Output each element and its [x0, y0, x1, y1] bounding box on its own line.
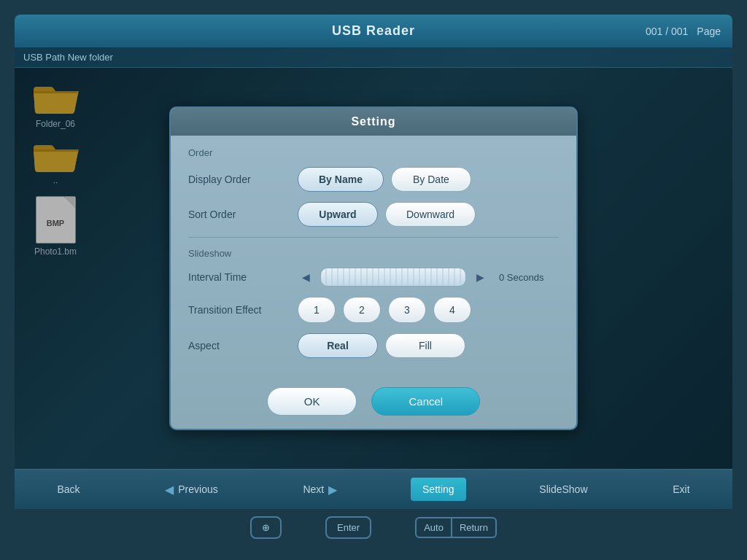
- transition-4-button[interactable]: 4: [433, 297, 471, 323]
- interval-time-label: Interval Time: [188, 271, 298, 283]
- enter-button[interactable]: Enter: [325, 516, 371, 539]
- aspect-row: Aspect Real Fill: [188, 333, 559, 358]
- page-info: 001 / 001 Page: [646, 26, 721, 37]
- section-divider: [188, 237, 559, 238]
- transition-3-button[interactable]: 3: [388, 297, 426, 323]
- display-order-buttons: By Name By Date: [298, 167, 471, 192]
- controller-row: ⊕ Enter Auto Return: [15, 509, 732, 545]
- display-order-label: Display Order: [188, 174, 298, 185]
- fill-button[interactable]: Fill: [385, 333, 465, 358]
- aspect-buttons: Real Fill: [298, 333, 465, 358]
- dpad-icon: ⊕: [262, 522, 270, 533]
- aspect-label: Aspect: [188, 340, 298, 351]
- interval-value: 0 Seconds: [499, 272, 543, 283]
- dialog-body: Order Display Order By Name By Date Sort…: [171, 136, 576, 380]
- main-area: Folder_06 ·· BMP Photo1.bm: [15, 68, 732, 469]
- slideshow-button[interactable]: SlideShow: [527, 478, 599, 501]
- downward-button[interactable]: Downward: [385, 202, 476, 227]
- transition-1-button[interactable]: 1: [298, 297, 336, 323]
- display-order-row: Display Order By Name By Date: [188, 167, 559, 192]
- slideshow-section-label: Slideshow: [188, 248, 559, 259]
- slider-container: ◀ ▶ 0 Seconds: [298, 268, 543, 287]
- app-title: USB Reader: [332, 23, 415, 39]
- modal-overlay: Setting Order Display Order By Name By D…: [15, 68, 732, 469]
- dpad-button[interactable]: ⊕: [250, 516, 282, 539]
- previous-button[interactable]: ◀ Previous: [153, 477, 229, 502]
- back-button[interactable]: Back: [45, 478, 91, 501]
- slider-left-arrow[interactable]: ◀: [298, 270, 314, 284]
- interval-slider[interactable]: [320, 268, 466, 287]
- upward-button[interactable]: Upward: [298, 202, 378, 227]
- by-name-button[interactable]: By Name: [298, 167, 384, 192]
- dialog-title-bar: Setting: [171, 108, 576, 136]
- auto-button[interactable]: Auto: [415, 517, 452, 538]
- by-date-button[interactable]: By Date: [391, 167, 471, 192]
- ok-button[interactable]: OK: [267, 387, 357, 416]
- setting-button[interactable]: Setting: [411, 478, 466, 501]
- cancel-button[interactable]: Cancel: [371, 387, 480, 416]
- transition-effect-row: Transition Effect 1 2 3 4: [188, 297, 559, 323]
- transition-buttons: 1 2 3 4: [298, 297, 471, 323]
- sort-order-row: Sort Order Upward Downward: [188, 202, 559, 227]
- sort-order-label: Sort Order: [188, 209, 298, 220]
- transition-effect-label: Transition Effect: [188, 304, 298, 316]
- path-bar: USB Path New folder: [15, 47, 732, 68]
- next-button[interactable]: Next ▶: [291, 477, 349, 502]
- real-button[interactable]: Real: [298, 333, 378, 358]
- sort-order-buttons: Upward Downward: [298, 202, 476, 227]
- auto-return-group: Auto Return: [415, 517, 497, 538]
- slider-fill: [321, 268, 465, 286]
- setting-dialog: Setting Order Display Order By Name By D…: [169, 106, 578, 430]
- header-bar: USB Reader 001 / 001 Page: [15, 15, 732, 47]
- order-section-label: Order: [188, 147, 559, 158]
- bottom-toolbar: Back ◀ Previous Next ▶ Setting SlideShow…: [15, 469, 732, 509]
- return-label: Return: [452, 517, 497, 538]
- dialog-title: Setting: [351, 115, 395, 128]
- usb-path: USB Path New folder: [23, 52, 113, 63]
- dialog-actions: OK Cancel: [171, 380, 576, 429]
- exit-button[interactable]: Exit: [661, 478, 701, 501]
- slider-right-arrow[interactable]: ▶: [472, 270, 489, 284]
- transition-2-button[interactable]: 2: [343, 297, 381, 323]
- interval-time-row: Interval Time ◀ ▶ 0 Seconds: [188, 268, 559, 287]
